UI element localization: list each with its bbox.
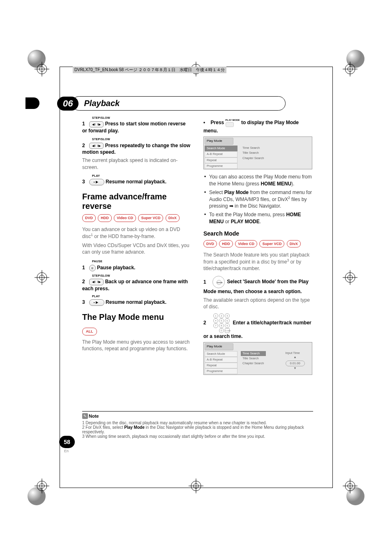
list-item: Select Play Mode from the command menu f…	[203, 189, 313, 210]
body-text: The Play Mode menu gives you access to s…	[82, 339, 192, 352]
badge: DVD	[82, 214, 96, 222]
play-mode-button-icon	[226, 122, 234, 127]
body-text: The available search options depend on t…	[203, 297, 313, 310]
badge: Video CD	[114, 214, 136, 222]
media-badges: DVD HDD Video CD Super VCD DivX	[203, 240, 313, 247]
play-button-icon: • ▶	[89, 179, 104, 186]
button-caption: STEP/SLOW	[92, 274, 192, 278]
menu-option: Chapter Search	[241, 156, 266, 161]
play-mode-menu-screenshot: Play Mode Search Mode A-B Repeat Repeat …	[203, 342, 312, 375]
badge: DVD	[203, 240, 217, 247]
page-number: 58	[59, 436, 75, 448]
badge: Video CD	[235, 240, 257, 247]
list-item: You can also access the Play Mode menu f…	[203, 173, 313, 187]
menu-option: Time Search	[241, 146, 266, 150]
step-slow-button-icon: ◀II II▶	[89, 121, 104, 127]
registration-mark	[343, 62, 357, 76]
bullet-list: You can also access the Play Mode menu f…	[203, 173, 313, 224]
number-keypad-icon: 123 456 789 0CLEAR	[213, 313, 230, 333]
button-caption: PLAY	[92, 294, 192, 298]
note-icon: ✎	[82, 413, 88, 419]
badge: HDD	[98, 214, 112, 222]
menu-item: Search Mode	[205, 146, 238, 151]
chapter-header: 06 Playback	[53, 96, 286, 111]
section-heading: Frame advance/frame reverse	[82, 192, 192, 211]
registration-mark	[343, 270, 357, 285]
note-section: ✎Note 1 Depending on the disc, normal pl…	[82, 411, 313, 439]
list-item: To exit the Play Mode menu, press HOME M…	[203, 211, 313, 224]
pause-button-icon: II	[89, 265, 96, 271]
footnote: 1 Depending on the disc, normal playback…	[82, 421, 313, 425]
body-text: The current playback speed is indicated …	[82, 157, 192, 170]
all-badge: ALL	[82, 328, 97, 335]
button-caption: PLAY MODE	[226, 118, 240, 122]
menu-item: A-B Repeat	[205, 151, 238, 157]
footnote: 2 For DivX files, select Play Mode in th…	[82, 425, 313, 434]
registration-mark	[343, 479, 357, 493]
chapter-tab	[25, 97, 39, 109]
registration-mark	[35, 62, 49, 76]
menu-item: Repeat	[205, 157, 238, 163]
button-caption: STEP/SLOW	[92, 137, 192, 141]
badge: Super VCD	[259, 240, 284, 247]
step-slow-button-icon: ◀II II▶	[89, 279, 104, 285]
registration-mark	[35, 270, 49, 285]
footnote: 3 When using time search, playback may o…	[82, 434, 313, 439]
subsection-heading: Search Mode	[203, 230, 313, 238]
play-mode-menu-screenshot: Play Mode Search Mode A-B Repeat Repeat …	[203, 136, 312, 169]
menu-item: A-B Repeat	[205, 357, 238, 363]
menu-item: Search Mode	[205, 351, 238, 357]
menu-option: Title Search	[241, 150, 266, 155]
chapter-title: Playback	[72, 96, 286, 111]
badge: DivX	[287, 240, 301, 247]
play-button-icon: • ▶	[89, 299, 104, 306]
language-label: En	[64, 449, 69, 453]
registration-mark	[35, 479, 49, 493]
body-text: With Video CDs/Super VCDs and DivX title…	[82, 242, 192, 255]
menu-option: Title Search	[241, 356, 266, 361]
section-heading: The Play Mode menu	[82, 312, 192, 322]
step-slow-button-icon: ◀II II▶	[89, 143, 104, 149]
menu-item: Programme	[205, 163, 238, 169]
menu-option: Time Search	[241, 351, 266, 356]
chapter-number: 06	[57, 97, 78, 111]
enter-ring-icon: ENTER	[212, 276, 225, 288]
menu-item: Repeat	[205, 363, 238, 368]
body-text: You can advance or back up video on a DV…	[82, 226, 192, 240]
right-column: • Press PLAY MODE to display the Play Mo…	[203, 116, 313, 379]
input-label: Input Time	[286, 351, 305, 355]
button-caption: PLAY	[92, 174, 192, 178]
button-caption: PAUSE	[92, 259, 192, 263]
badge: Super VCD	[138, 214, 163, 222]
badge: HDD	[219, 240, 233, 247]
left-column: STEP/SLOW 1◀II II▶ Press to start slow m…	[82, 116, 192, 379]
badge: DivX	[166, 214, 180, 222]
document-slug: DVRLX70_TF_EN.book 58 ページ ２００７年８月１日 水曜日 …	[73, 67, 226, 73]
time-input: 0.01.00	[286, 361, 305, 366]
menu-option: Chapter Search	[241, 361, 266, 366]
media-badges: DVD HDD Video CD Super VCD DivX	[82, 214, 192, 222]
button-caption: STEP/SLOW	[92, 116, 192, 120]
menu-item: Programme	[205, 368, 238, 374]
body-text: The Search Mode feature lets you start p…	[203, 252, 313, 272]
